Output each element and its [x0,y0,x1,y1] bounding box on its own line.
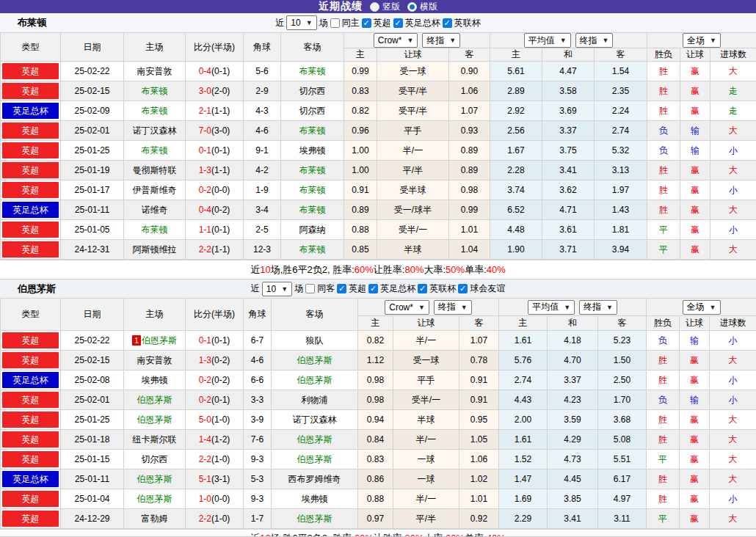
league-label: 英超 [374,17,391,29]
home-team-link[interactable]: 伯恩茅斯 [137,414,172,425]
chevron-down-icon: ▼ [560,37,567,44]
match-count-select[interactable]: 10▼ [262,282,292,296]
home-team-link[interactable]: 伊普斯维奇 [133,185,177,195]
home-team-link[interactable]: 诺丁汉森林 [133,125,177,136]
average-stage-select[interactable]: 终指▼ [575,33,614,48]
same-venue-checkbox[interactable] [305,284,315,293]
average-stage-select[interactable]: 终指▼ [579,300,617,315]
odds-stage-select[interactable]: 终指▼ [422,33,460,48]
col-goals: 进球数 [710,48,756,62]
league-label: 球会友谊 [470,282,505,295]
away-team-link[interactable]: 伯恩茅斯 [297,355,332,365]
corner-count: 2-9 [244,81,281,101]
halftime-score: (1-0) [211,414,230,425]
goals-result: 大 [710,509,756,529]
away-team-link[interactable]: 切尔西 [299,86,326,96]
home-team-link[interactable]: 切尔西 [142,454,168,464]
match-row: 英足总杯25-02-09布莱顿2-1(1-1)4-3切尔西0.82受平/半1.0… [1,101,756,121]
home-team-link[interactable]: 布莱顿 [142,86,168,96]
home-team-cell: 南安普敦 [124,351,186,370]
fulltime-score: 0-4 [199,66,211,76]
league-checkbox[interactable]: ✓ [443,18,452,28]
away-team-link[interactable]: 诺丁汉森林 [293,414,337,425]
away-team-link[interactable]: 伯恩茅斯 [297,454,332,464]
home-team-link[interactable]: 伯恩茅斯 [137,494,172,504]
scope-select[interactable]: 全场▼ [683,33,721,48]
away-team-link[interactable]: 布莱顿 [299,66,326,76]
odds-company-select[interactable]: Crow*▼ [385,300,429,315]
goals-result: 小 [710,220,756,240]
home-team-link[interactable]: 阿斯顿维拉 [133,244,177,255]
goals-result: 大 [710,450,756,470]
league-checkbox[interactable]: ✓ [418,284,427,293]
avg-away-odds: 2.24 [595,101,647,121]
same-venue-checkbox[interactable] [330,18,340,28]
home-team-link[interactable]: 布莱顿 [142,106,168,116]
fulltime-score: 0-2 [199,185,211,195]
radio-unchecked-icon[interactable] [370,2,379,12]
average-select[interactable]: 平均值▼ [524,33,571,48]
away-team-link[interactable]: 埃弗顿 [299,145,326,156]
match-row: 英超25-02-15南安普敦1-3(0-2)4-6伯恩茅斯1.12受一球0.78… [1,351,756,370]
layout-radio-vertical[interactable]: 竖版 [370,1,400,13]
competition-cell: 英超 [1,390,61,410]
layout-radio-horizontal[interactable]: 横版 [407,1,437,13]
away-team-link[interactable]: 布莱顿 [299,244,326,255]
away-team-link[interactable]: 利物浦 [302,395,328,405]
corner-count: 4-6 [244,121,281,141]
away-team-link[interactable]: 布莱顿 [299,185,326,195]
away-team-link[interactable]: 布莱顿 [299,165,326,175]
away-team-link[interactable]: 布莱顿 [299,205,326,215]
league-checkbox[interactable]: ✓ [337,284,346,293]
crow-handicap: 半球 [377,240,449,260]
avg-home-odds: 2.92 [490,101,542,121]
league-checkbox[interactable]: ✓ [362,18,371,28]
home-team-link[interactable]: 伯恩茅斯 [137,474,172,484]
away-team-link[interactable]: 切尔西 [299,106,326,116]
league-checkbox[interactable]: ✓ [458,284,468,293]
halftime-score: (0-1) [211,145,230,156]
avg-home-odds: 6.52 [490,200,542,220]
radio-checked-icon[interactable] [407,2,417,12]
matches-table: 类型 日期 主场 比分(半场) 角球 客场 Crow*▼ 终指▼ 平均值 [0,32,756,260]
competition-badge: 英超 [2,352,59,368]
away-team-link[interactable]: 布莱顿 [299,125,326,136]
match-row: 英足总杯25-02-08埃弗顿0-2(0-2)6-6伯恩茅斯0.98平手0.91… [1,370,756,390]
league-checkbox[interactable]: ✓ [368,284,378,293]
handicap-result: 赢 [680,450,710,470]
away-team-link[interactable]: 西布罗姆维奇 [288,474,341,484]
home-team-link[interactable]: 南安普敦 [137,66,172,76]
crow-home-odds: 0.99 [344,62,377,81]
home-team-link[interactable]: 埃弗顿 [142,375,168,385]
home-team-link[interactable]: 纽卡斯尔联 [133,434,177,445]
crow-handicap: 平手 [393,370,459,390]
home-team-link[interactable]: 曼彻斯特联 [133,165,177,175]
league-checkbox[interactable]: ✓ [393,18,403,28]
home-team-link[interactable]: 布莱顿 [142,224,168,235]
away-team-link[interactable]: 伯恩茅斯 [297,375,332,385]
average-select[interactable]: 平均值▼ [528,300,575,315]
away-team-link[interactable]: 狼队 [306,335,324,346]
away-team-link[interactable]: 埃弗顿 [302,494,328,504]
competition-cell: 英超 [1,81,61,101]
crow-away-odds: 1.01 [449,220,490,240]
fulltime-score: 2-2 [199,454,211,464]
col-type: 类型 [1,299,61,331]
odds-company-select[interactable]: Crow*▼ [374,33,418,48]
home-team-link[interactable]: 南安普敦 [137,355,172,365]
away-team-link[interactable]: 伯恩茅斯 [297,514,332,524]
home-team-link[interactable]: 富勒姆 [142,514,168,524]
away-team-link[interactable]: 伯恩茅斯 [297,434,332,445]
scope-select[interactable]: 全场▼ [683,300,721,315]
handicap-result: 赢 [680,81,710,101]
away-team-link[interactable]: 阿森纳 [299,224,326,235]
corner-count: 1-7 [244,509,272,529]
home-team-link[interactable]: 伯恩茅斯 [137,395,172,405]
home-team-link[interactable]: 诺维奇 [142,205,168,215]
match-date: 25-01-11 [61,470,124,489]
home-team-link[interactable]: 伯恩茅斯 [142,335,177,346]
odds-stage-select[interactable]: 终指▼ [434,300,472,315]
competition-badge: 英超 [2,222,59,238]
home-team-link[interactable]: 布莱顿 [142,145,168,156]
match-count-select[interactable]: 10▼ [286,15,316,30]
